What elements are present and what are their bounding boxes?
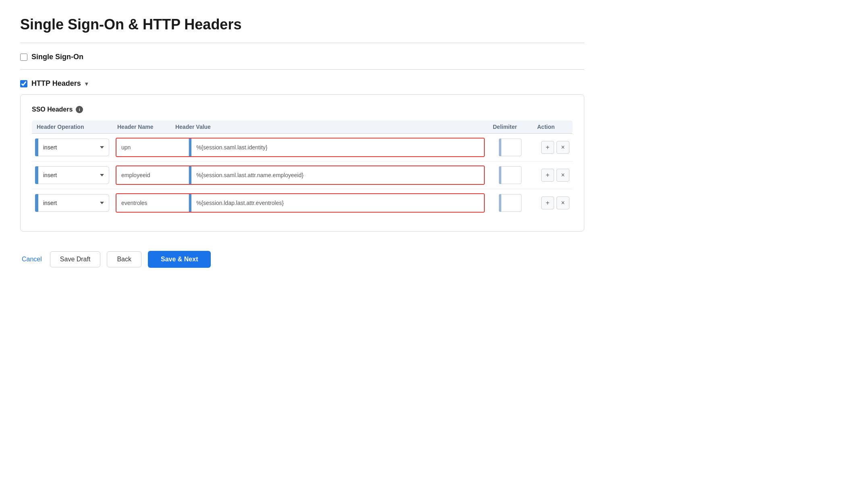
action-cell-1: + ×	[532, 161, 573, 189]
divider-middle	[20, 69, 584, 70]
action-buttons-1: + ×	[536, 169, 569, 182]
delimiter-input-0[interactable]	[501, 139, 521, 156]
operation-select-2[interactable]: insertreplacedelete	[38, 194, 109, 212]
divider-top	[20, 43, 584, 43]
footer-buttons: Cancel Save Draft Back Save & Next	[20, 251, 584, 268]
name-value-wrapper-2	[116, 193, 485, 213]
headers-table: Header Operation Header Name Header Valu…	[32, 120, 573, 217]
name-value-cell-0	[112, 134, 488, 161]
add-row-button-2[interactable]: +	[541, 197, 554, 209]
action-cell-2: + ×	[532, 189, 573, 217]
sso-section: Single Sign-On	[20, 53, 584, 61]
remove-row-button-1[interactable]: ×	[557, 169, 569, 182]
http-headers-label[interactable]: HTTP Headers ▾	[20, 79, 584, 88]
sso-headers-title-text: SSO Headers	[32, 106, 73, 113]
operation-select-1[interactable]: insertreplacedelete	[38, 166, 109, 184]
header-value-input-1[interactable]	[191, 166, 484, 184]
col-header-value-text: Header Value	[175, 124, 211, 130]
cancel-button[interactable]: Cancel	[20, 252, 44, 267]
action-buttons-2: + ×	[536, 197, 569, 209]
col-header-action: Action	[532, 120, 573, 134]
header-name-input-2[interactable]	[116, 194, 189, 212]
delimiter-input-2[interactable]	[501, 194, 521, 212]
name-value-cell-2	[112, 189, 488, 217]
header-value-input-0[interactable]	[191, 139, 484, 156]
col-header-delimiter: Delimiter	[488, 120, 532, 134]
operation-bar-icon	[35, 194, 38, 212]
http-headers-section: HTTP Headers ▾ SSO Headers i Header Oper…	[20, 79, 584, 232]
sso-checkbox[interactable]	[20, 54, 27, 61]
headers-card: SSO Headers i Header Operation Header Na…	[20, 94, 584, 232]
back-button[interactable]: Back	[107, 251, 141, 267]
name-value-wrapper-0	[116, 138, 485, 157]
add-row-button-0[interactable]: +	[541, 141, 554, 154]
operation-select-0[interactable]: insertreplacedelete	[38, 139, 109, 156]
operation-bar-icon	[35, 139, 38, 156]
col-header-name-value: Header Name Header Value	[112, 120, 488, 134]
operation-bar-icon	[35, 166, 38, 184]
operation-cell-0: insertreplacedelete	[32, 134, 112, 161]
delimiter-cell-0	[488, 134, 532, 161]
name-value-wrapper-1	[116, 165, 485, 185]
header-name-input-1[interactable]	[116, 166, 189, 184]
save-draft-button[interactable]: Save Draft	[50, 251, 101, 267]
remove-row-button-0[interactable]: ×	[557, 141, 569, 154]
http-headers-label-text: HTTP Headers	[31, 79, 81, 88]
operation-select-wrapper: insertreplacedelete	[35, 194, 109, 212]
delimiter-input-1[interactable]	[501, 166, 521, 184]
operation-select-wrapper: insertreplacedelete	[35, 166, 109, 184]
http-headers-chevron-icon[interactable]: ▾	[85, 81, 88, 87]
name-value-cell-1	[112, 161, 488, 189]
delimiter-cell-2	[488, 189, 532, 217]
sso-headers-info-icon[interactable]: i	[76, 106, 83, 113]
delimiter-input-wrapper-0	[491, 139, 529, 156]
delimiter-input-wrapper-2	[491, 194, 529, 212]
table-row: insertreplacedelete + ×	[32, 161, 573, 189]
operation-select-wrapper: insertreplacedelete	[35, 139, 109, 156]
col-header-name-text: Header Name	[117, 124, 154, 130]
sso-headers-title: SSO Headers i	[32, 106, 573, 113]
table-row: insertreplacedelete + ×	[32, 134, 573, 161]
operation-cell-1: insertreplacedelete	[32, 161, 112, 189]
http-headers-checkbox[interactable]	[20, 80, 27, 87]
col-header-operation: Header Operation	[32, 120, 112, 134]
sso-label[interactable]: Single Sign-On	[20, 53, 584, 61]
delimiter-input-wrapper-1	[491, 166, 529, 184]
delimiter-cell-1	[488, 161, 532, 189]
sso-label-text: Single Sign-On	[31, 53, 83, 61]
page-title: Single Sign-On & HTTP Headers	[20, 16, 584, 33]
table-row: insertreplacedelete + ×	[32, 189, 573, 217]
action-cell-0: + ×	[532, 134, 573, 161]
operation-cell-2: insertreplacedelete	[32, 189, 112, 217]
header-value-input-2[interactable]	[191, 194, 484, 212]
save-next-button[interactable]: Save & Next	[148, 251, 211, 268]
remove-row-button-2[interactable]: ×	[557, 197, 569, 209]
add-row-button-1[interactable]: +	[541, 169, 554, 182]
action-buttons-0: + ×	[536, 141, 569, 154]
header-name-input-0[interactable]	[116, 139, 189, 156]
